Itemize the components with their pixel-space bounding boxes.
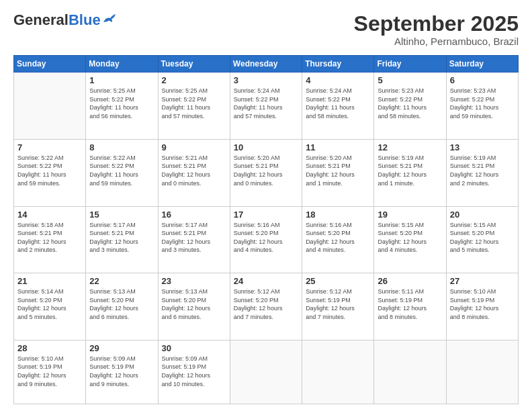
table-row: 19Sunrise: 5:15 AM Sunset: 5:20 PM Dayli…	[374, 206, 446, 273]
day-info: Sunrise: 5:16 AM Sunset: 5:20 PM Dayligh…	[234, 221, 298, 255]
col-sunday: Sunday	[14, 56, 86, 73]
table-row: 26Sunrise: 5:11 AM Sunset: 5:19 PM Dayli…	[374, 273, 446, 340]
day-info: Sunrise: 5:20 AM Sunset: 5:21 PM Dayligh…	[306, 154, 370, 187]
day-info: Sunrise: 5:21 AM Sunset: 5:21 PM Dayligh…	[162, 154, 226, 187]
day-number: 25	[306, 276, 370, 286]
calendar-week-row: 7Sunrise: 5:22 AM Sunset: 5:22 PM Daylig…	[14, 139, 519, 206]
day-number: 11	[306, 142, 370, 152]
day-info: Sunrise: 5:23 AM Sunset: 5:22 PM Dayligh…	[378, 87, 442, 120]
day-info: Sunrise: 5:24 AM Sunset: 5:22 PM Dayligh…	[234, 87, 298, 120]
col-saturday: Saturday	[446, 56, 518, 73]
day-info: Sunrise: 5:14 AM Sunset: 5:20 PM Dayligh…	[17, 287, 82, 321]
logo: GeneralBlue	[13, 12, 117, 28]
table-row: 25Sunrise: 5:12 AM Sunset: 5:19 PM Dayli…	[302, 273, 374, 340]
day-info: Sunrise: 5:25 AM Sunset: 5:22 PM Dayligh…	[162, 87, 226, 120]
subtitle: Altinho, Pernambuco, Brazil	[354, 36, 519, 47]
day-info: Sunrise: 5:12 AM Sunset: 5:20 PM Dayligh…	[234, 287, 298, 321]
calendar-week-row: 21Sunrise: 5:14 AM Sunset: 5:20 PM Dayli…	[14, 273, 519, 340]
day-number: 12	[378, 142, 442, 152]
day-info: Sunrise: 5:19 AM Sunset: 5:21 PM Dayligh…	[378, 154, 442, 187]
day-number: 13	[450, 142, 515, 152]
day-info: Sunrise: 5:22 AM Sunset: 5:22 PM Dayligh…	[17, 154, 82, 187]
day-info: Sunrise: 5:10 AM Sunset: 5:19 PM Dayligh…	[17, 355, 82, 388]
table-row: 29Sunrise: 5:09 AM Sunset: 5:19 PM Dayli…	[86, 340, 158, 404]
table-row: 13Sunrise: 5:19 AM Sunset: 5:21 PM Dayli…	[446, 139, 518, 206]
col-tuesday: Tuesday	[158, 56, 230, 73]
table-row: 6Sunrise: 5:23 AM Sunset: 5:22 PM Daylig…	[446, 73, 518, 140]
col-monday: Monday	[86, 56, 158, 73]
table-row: 8Sunrise: 5:22 AM Sunset: 5:22 PM Daylig…	[86, 139, 158, 206]
day-number: 24	[234, 276, 298, 286]
table-row: 24Sunrise: 5:12 AM Sunset: 5:20 PM Dayli…	[230, 273, 302, 340]
day-number: 28	[17, 343, 82, 353]
day-info: Sunrise: 5:23 AM Sunset: 5:22 PM Dayligh…	[450, 87, 515, 120]
day-info: Sunrise: 5:12 AM Sunset: 5:19 PM Dayligh…	[306, 287, 370, 321]
col-thursday: Thursday	[302, 56, 374, 73]
table-row: 11Sunrise: 5:20 AM Sunset: 5:21 PM Dayli…	[302, 139, 374, 206]
day-number: 20	[450, 210, 515, 220]
day-number: 6	[450, 75, 515, 85]
day-number: 5	[378, 75, 442, 85]
table-row: 3Sunrise: 5:24 AM Sunset: 5:22 PM Daylig…	[230, 73, 302, 140]
table-row: 1Sunrise: 5:25 AM Sunset: 5:22 PM Daylig…	[86, 73, 158, 140]
table-row	[446, 340, 518, 404]
day-number: 17	[234, 210, 298, 220]
day-info: Sunrise: 5:13 AM Sunset: 5:20 PM Dayligh…	[162, 287, 226, 321]
day-info: Sunrise: 5:20 AM Sunset: 5:21 PM Dayligh…	[234, 154, 298, 187]
logo-general: General	[13, 11, 69, 28]
table-row: 28Sunrise: 5:10 AM Sunset: 5:19 PM Dayli…	[14, 340, 86, 404]
table-row: 27Sunrise: 5:10 AM Sunset: 5:19 PM Dayli…	[446, 273, 518, 340]
day-number: 7	[17, 142, 82, 152]
day-number: 15	[89, 210, 154, 220]
table-row	[374, 340, 446, 404]
day-number: 14	[17, 210, 82, 220]
logo-text: GeneralBlue	[13, 12, 101, 28]
calendar-header-row: Sunday Monday Tuesday Wednesday Thursday…	[14, 56, 519, 73]
day-number: 3	[234, 75, 298, 85]
day-info: Sunrise: 5:24 AM Sunset: 5:22 PM Dayligh…	[306, 87, 370, 120]
col-wednesday: Wednesday	[230, 56, 302, 73]
day-info: Sunrise: 5:13 AM Sunset: 5:20 PM Dayligh…	[89, 287, 154, 321]
table-row: 10Sunrise: 5:20 AM Sunset: 5:21 PM Dayli…	[230, 139, 302, 206]
day-number: 16	[162, 210, 226, 220]
day-number: 30	[162, 343, 226, 353]
table-row	[230, 340, 302, 404]
day-info: Sunrise: 5:10 AM Sunset: 5:19 PM Dayligh…	[450, 287, 515, 321]
table-row: 7Sunrise: 5:22 AM Sunset: 5:22 PM Daylig…	[14, 139, 86, 206]
table-row: 9Sunrise: 5:21 AM Sunset: 5:21 PM Daylig…	[158, 139, 230, 206]
day-info: Sunrise: 5:18 AM Sunset: 5:21 PM Dayligh…	[17, 221, 82, 255]
table-row: 23Sunrise: 5:13 AM Sunset: 5:20 PM Dayli…	[158, 273, 230, 340]
table-row: 5Sunrise: 5:23 AM Sunset: 5:22 PM Daylig…	[374, 73, 446, 140]
day-number: 21	[17, 276, 82, 286]
day-info: Sunrise: 5:09 AM Sunset: 5:19 PM Dayligh…	[89, 355, 154, 388]
day-info: Sunrise: 5:17 AM Sunset: 5:21 PM Dayligh…	[162, 221, 226, 255]
day-number: 27	[450, 276, 515, 286]
calendar-week-row: 28Sunrise: 5:10 AM Sunset: 5:19 PM Dayli…	[14, 340, 519, 404]
calendar-table: Sunday Monday Tuesday Wednesday Thursday…	[13, 55, 519, 404]
col-friday: Friday	[374, 56, 446, 73]
table-row: 12Sunrise: 5:19 AM Sunset: 5:21 PM Dayli…	[374, 139, 446, 206]
table-row: 2Sunrise: 5:25 AM Sunset: 5:22 PM Daylig…	[158, 73, 230, 140]
day-info: Sunrise: 5:16 AM Sunset: 5:20 PM Dayligh…	[306, 221, 370, 255]
logo-bird-icon	[102, 13, 117, 25]
table-row: 30Sunrise: 5:09 AM Sunset: 5:19 PM Dayli…	[158, 340, 230, 404]
page: GeneralBlue September 2025 Altinho, Pern…	[0, 0, 532, 411]
day-number: 4	[306, 75, 370, 85]
table-row: 21Sunrise: 5:14 AM Sunset: 5:20 PM Dayli…	[14, 273, 86, 340]
table-row	[14, 73, 86, 140]
day-info: Sunrise: 5:15 AM Sunset: 5:20 PM Dayligh…	[450, 221, 515, 255]
day-info: Sunrise: 5:25 AM Sunset: 5:22 PM Dayligh…	[89, 87, 154, 120]
month-title: September 2025	[354, 12, 519, 36]
logo-blue: Blue	[69, 11, 101, 28]
day-number: 2	[162, 75, 226, 85]
table-row: 22Sunrise: 5:13 AM Sunset: 5:20 PM Dayli…	[86, 273, 158, 340]
day-number: 19	[378, 210, 442, 220]
table-row: 17Sunrise: 5:16 AM Sunset: 5:20 PM Dayli…	[230, 206, 302, 273]
day-info: Sunrise: 5:17 AM Sunset: 5:21 PM Dayligh…	[89, 221, 154, 255]
header: GeneralBlue September 2025 Altinho, Pern…	[13, 12, 519, 47]
table-row: 20Sunrise: 5:15 AM Sunset: 5:20 PM Dayli…	[446, 206, 518, 273]
day-number: 18	[306, 210, 370, 220]
day-number: 9	[162, 142, 226, 152]
calendar-week-row: 1Sunrise: 5:25 AM Sunset: 5:22 PM Daylig…	[14, 73, 519, 140]
day-info: Sunrise: 5:19 AM Sunset: 5:21 PM Dayligh…	[450, 154, 515, 187]
